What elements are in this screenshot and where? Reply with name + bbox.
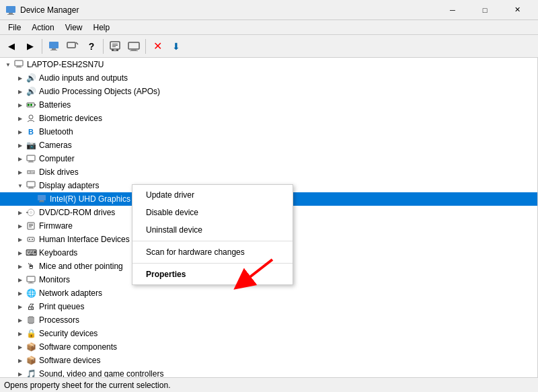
expand-icon[interactable]: ▶	[15, 368, 26, 377]
menu-file[interactable]: File	[3, 22, 26, 34]
svg-rect-19	[17, 66, 21, 67]
svg-point-25	[29, 115, 33, 119]
expand-icon[interactable]: ▶	[15, 126, 26, 137]
svg-rect-14	[112, 46, 116, 47]
expand-icon[interactable]: ▶	[15, 86, 26, 97]
status-text: Opens property sheet for the current sel…	[4, 381, 170, 390]
tree-item-software-components[interactable]: ▶ 📦 Software components	[0, 340, 537, 354]
dvd-label: DVD/CD-ROM drives	[39, 208, 115, 217]
sw-devices-label: Software devices	[39, 356, 100, 365]
ctx-properties[interactable]: Properties	[132, 266, 293, 283]
tree-item-computer[interactable]: ▶ Computer	[0, 152, 537, 165]
sw-devices-icon: 📦	[26, 355, 36, 366]
tree-item-security[interactable]: ▶ 🔒 Security devices	[0, 327, 537, 340]
sound-icon: 🎵	[26, 368, 36, 377]
expand-icon[interactable]: ▶	[15, 247, 26, 258]
svg-rect-17	[130, 50, 138, 51]
expand-icon[interactable]: ▶	[15, 328, 26, 339]
minimize-button[interactable]: ─	[437, 0, 468, 20]
root-expand-icon[interactable]: ▼	[3, 59, 13, 70]
expand-icon[interactable]: ▶	[15, 113, 26, 124]
tree-root[interactable]: ▼ LAPTOP-ESH2SN7U	[0, 58, 537, 71]
tree-item-network[interactable]: ▶ 🌐 Network adapters	[0, 286, 537, 300]
svg-rect-18	[15, 61, 23, 66]
update-button[interactable]	[64, 38, 81, 55]
svg-rect-2	[7, 14, 14, 15]
expand-icon[interactable]: ▶	[15, 234, 26, 245]
svg-rect-3	[49, 42, 59, 48]
audio-processing-label: Audio Processing Objects (APOs)	[39, 87, 160, 96]
audio-inputs-icon: 🔊	[26, 73, 36, 83]
remove-button[interactable]: ✕	[149, 38, 166, 55]
device-button[interactable]	[125, 38, 143, 55]
tree-item-audio-processing[interactable]: ▶ 🔊 Audio Processing Objects (APOs)	[0, 85, 537, 98]
tree-item-batteries[interactable]: ▶ Batteries	[0, 98, 537, 112]
mice-label: Mice and other pointing	[39, 262, 123, 271]
tree-item-bluetooth[interactable]: ▶ B Bluetooth	[0, 125, 537, 139]
tree-item-disk[interactable]: ▶ Disk drives	[0, 165, 537, 179]
svg-rect-43	[29, 224, 33, 225]
svg-rect-12	[112, 44, 118, 44]
expand-icon[interactable]: ▶	[15, 73, 26, 83]
svg-rect-41	[26, 212, 28, 213]
help-button[interactable]: ?	[83, 38, 100, 55]
toolbar-separator-1	[42, 39, 42, 54]
menu-view[interactable]: View	[60, 22, 88, 34]
svg-rect-5	[50, 50, 57, 50]
tree-item-biometric[interactable]: ▶ Biometric devices	[0, 112, 537, 125]
download-button[interactable]: ⬇	[167, 38, 185, 55]
close-button[interactable]: ✕	[502, 0, 533, 20]
expand-icon[interactable]: ▶	[15, 221, 26, 231]
svg-rect-33	[27, 182, 35, 187]
expand-icon[interactable]: ▶	[15, 342, 26, 352]
cameras-label: Cameras	[39, 141, 72, 150]
expand-icon[interactable]: ▶	[15, 140, 26, 151]
maximize-button[interactable]: □	[469, 0, 500, 20]
back-button[interactable]: ◀	[3, 38, 20, 55]
expand-icon[interactable]: ▶	[15, 207, 26, 218]
expand-icon[interactable]: ▶	[15, 153, 26, 164]
forward-button[interactable]: ▶	[22, 38, 39, 55]
ctx-uninstall-device[interactable]: Uninstall device	[132, 221, 293, 239]
expand-icon[interactable]: ▶	[15, 274, 26, 285]
tree-item-sound[interactable]: ▶ 🎵 Sound, video and game controllers	[0, 367, 537, 377]
app-icon	[5, 5, 16, 15]
scan-button[interactable]	[106, 38, 124, 55]
tree-item-cameras[interactable]: ▶ 📷 Cameras	[0, 139, 537, 152]
ctx-update-driver[interactable]: Update driver	[132, 186, 293, 204]
tree-item-processors[interactable]: ▶ Processors	[0, 313, 537, 327]
tree-item-audio-inputs[interactable]: ▶ 🔊 Audio inputs and outputs	[0, 71, 537, 85]
expand-icon[interactable]: ▶	[15, 167, 26, 178]
expand-icon[interactable]: ▶	[15, 100, 26, 110]
svg-rect-32	[31, 173, 33, 173]
hid-label: Human Interface Devices	[39, 235, 130, 244]
expand-icon[interactable]: ▶	[15, 355, 26, 366]
tree-item-software-devices[interactable]: ▶ 📦 Software devices	[0, 354, 537, 367]
menu-bar: File Action View Help	[0, 20, 538, 35]
svg-rect-37	[40, 200, 44, 202]
svg-rect-27	[29, 161, 33, 162]
disk-icon	[26, 167, 36, 178]
ctx-disable-device[interactable]: Disable device	[132, 204, 293, 221]
menu-help[interactable]: Help	[88, 22, 116, 34]
hid-icon	[26, 234, 36, 245]
computer-node-icon	[26, 153, 36, 164]
expand-icon[interactable]: ▶	[15, 315, 26, 325]
expand-icon[interactable]: ▶	[15, 261, 26, 272]
status-bar: Opens property sheet for the current sel…	[0, 377, 538, 392]
display-label: Display adapters	[39, 181, 99, 190]
display-expand-icon[interactable]: ▼	[15, 180, 26, 191]
mice-icon: 🖱	[26, 261, 36, 272]
print-label: Print queues	[39, 302, 84, 311]
title-bar: Device Manager ─ □ ✕	[0, 0, 538, 20]
menu-action[interactable]: Action	[26, 22, 59, 34]
svg-rect-6	[67, 42, 75, 48]
expand-icon[interactable]: ▶	[15, 301, 26, 312]
keyboard-label: Keyboards	[39, 248, 77, 258]
tree-item-print[interactable]: ▶ 🖨 Print queues	[0, 300, 537, 313]
svg-rect-22	[34, 104, 36, 106]
ctx-scan-hardware[interactable]: Scan for hardware changes	[132, 243, 293, 261]
expand-icon[interactable]: ▶	[15, 288, 26, 299]
properties-button[interactable]	[45, 38, 63, 55]
svg-rect-24	[30, 104, 32, 106]
